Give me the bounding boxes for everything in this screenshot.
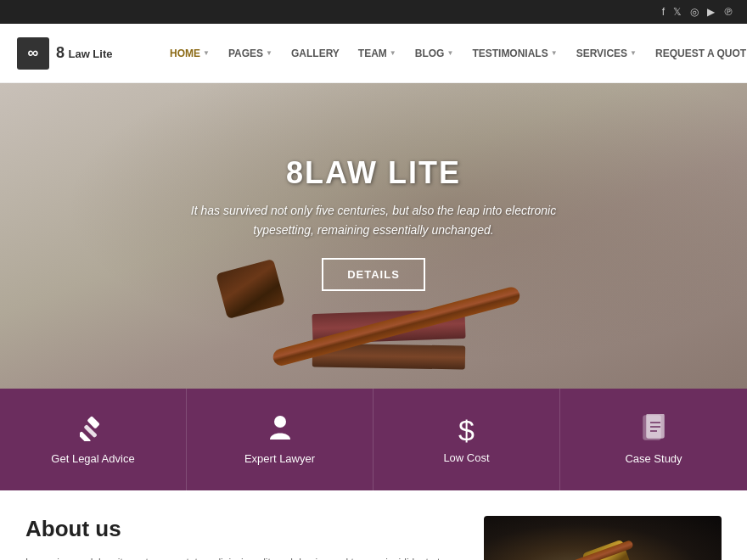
nav-testimonials[interactable]: TESTIMONIALS ▼ [463,42,565,64]
chevron-down-icon: ▼ [447,49,453,57]
twitter-icon[interactable]: 𝕏 [673,6,682,18]
header: ∞ 8 Law Lite HOME ▼ PAGES ▼ GALLERY TEAM… [0,24,747,83]
instagram-icon[interactable]: ◎ [690,6,699,18]
about-section: About us Lorem ipsum dolor sit amet, con… [0,490,747,560]
feature-case-study[interactable]: Case Study [560,389,747,490]
chevron-down-icon: ▼ [551,49,558,57]
feature-expert-lawyer-label: Expert Lawyer [244,452,315,465]
gavel-mini-image [569,537,637,560]
feature-low-cost[interactable]: $ Low Cost [374,389,560,490]
about-title: About us [25,516,450,542]
nav-services[interactable]: SERVICES ▼ [568,42,645,64]
person-icon [267,414,293,445]
feature-case-study-label: Case Study [625,452,682,465]
main-nav: HOME ▼ PAGES ▼ GALLERY TEAM ▼ BLOG ▼ TES… [161,42,747,64]
gavel-icon [80,414,107,445]
details-button[interactable]: DETAILS [322,258,425,291]
chevron-down-icon: ▼ [630,49,637,57]
about-image [484,516,722,560]
logo[interactable]: ∞ 8 Law Lite [17,37,144,70]
top-bar: f 𝕏 ◎ ▶ ℗ [0,0,747,24]
nav-pages[interactable]: PAGES ▼ [220,42,281,64]
logo-text: 8 Law Lite [56,44,112,62]
nav-request-quote[interactable]: REQUEST A QUOTE [647,42,747,64]
pinterest-icon[interactable]: ℗ [723,6,733,18]
feature-low-cost-label: Low Cost [443,451,489,464]
features-bar: Get Legal Advice Expert Lawyer $ Low Cos… [0,389,747,490]
nav-gallery[interactable]: GALLERY [283,42,348,64]
chevron-down-icon: ▼ [390,49,396,57]
feature-legal-advice-label: Get Legal Advice [51,452,134,465]
hero-section: 8LAW LITE It has survived not only five … [0,83,747,389]
logo-icon: ∞ [17,37,49,70]
nav-blog[interactable]: BLOG ▼ [407,42,463,64]
dollar-icon: $ [458,416,475,445]
document-icon [642,414,666,445]
about-text: Lorem ipsum dolor sit amet, consectetur … [25,554,450,560]
hero-title: 8LAW LITE [187,155,560,191]
nav-team[interactable]: TEAM ▼ [350,42,405,64]
nav-home[interactable]: HOME ▼ [161,42,218,64]
hero-content: 8LAW LITE It has survived not only five … [187,155,560,291]
hero-subtitle: It has survived not only five centuries,… [187,201,560,239]
feature-legal-advice[interactable]: Get Legal Advice [0,389,187,490]
facebook-icon[interactable]: f [662,6,665,18]
svg-rect-5 [647,414,664,438]
chevron-down-icon: ▼ [266,49,272,57]
chevron-down-icon: ▼ [203,49,210,57]
about-left: About us Lorem ipsum dolor sit amet, con… [25,516,450,560]
gavel-placeholder [484,516,722,560]
feature-expert-lawyer[interactable]: Expert Lawyer [187,389,374,490]
youtube-icon[interactable]: ▶ [707,6,715,18]
svg-point-3 [274,416,286,428]
